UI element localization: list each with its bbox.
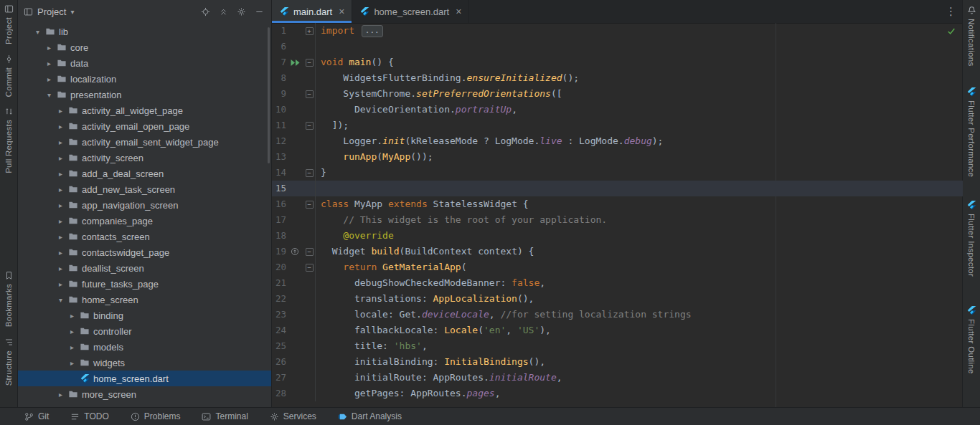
chevron-right-icon[interactable]: ▸ [55,249,66,257]
tree-item-more-screen[interactable]: ▸more_screen [18,386,271,402]
kebab-icon[interactable]: ⋮ [939,5,963,18]
run-icon[interactable] [290,59,301,67]
chevron-right-icon[interactable]: ▸ [44,44,55,52]
tool-stripe-flutter-outline[interactable]: Flutter Outline [966,305,976,374]
code-editor[interactable]: 1+import ...67−void main() {8 WidgetsFlu… [272,23,963,407]
tree-item-widgets[interactable]: ▸widgets [18,355,271,371]
code-line-26[interactable]: 26 initialBinding: InitialBindings(), [272,354,963,370]
code-text[interactable]: title: 'hbs', [315,338,963,354]
chevron-right-icon[interactable]: ▸ [55,186,66,194]
code-line-27[interactable]: 27 initialRoute: AppRoutes.initialRoute, [272,370,963,386]
status-item-services[interactable]: Services [270,411,316,421]
tree-item-future-tasks-page[interactable]: ▸future_tasks_page [18,276,271,292]
code-text[interactable]: class MyApp extends StatelessWidget { [315,196,963,212]
code-text[interactable]: } [315,165,963,181]
code-text[interactable]: fallbackLocale: Locale('en', 'US'), [315,323,963,338]
status-item-terminal[interactable]: Terminal [202,411,248,421]
code-text[interactable]: translations: AppLocalization(), [315,291,963,307]
fold-icon[interactable]: − [306,59,314,67]
tree-item-deallist-screen[interactable]: ▸deallist_screen [18,260,271,276]
code-line-10[interactable]: 10 DeviceOrientation.portraitUp, [272,102,963,118]
chevron-right-icon[interactable]: ▸ [55,107,66,115]
code-text[interactable]: getPages: AppRoutes.pages, [315,386,963,401]
code-line-22[interactable]: 22 translations: AppLocalization(), [272,291,963,307]
code-text[interactable]: debugShowCheckedModeBanner: false, [315,275,963,291]
code-line-20[interactable]: 20− return GetMaterialApp( [272,259,963,275]
fold-icon[interactable]: − [306,264,314,272]
tree-item-lib[interactable]: ▾lib [18,24,271,39]
tree-item-add-a-deal-screen[interactable]: ▸add_a_deal_screen [18,166,271,181]
chevron-right-icon[interactable]: ▸ [55,154,66,162]
code-text[interactable]: Widget build(BuildContext context) { [315,244,963,259]
code-line-7[interactable]: 7−void main() { [272,54,963,70]
scrollbar-thumb[interactable] [268,27,270,163]
project-panel-title[interactable]: Project [37,6,66,17]
tree-item-presentation[interactable]: ▾presentation [18,87,271,102]
fold-icon[interactable]: − [306,169,314,177]
hide-icon[interactable] [255,7,264,16]
chevron-down-icon[interactable]: ▾ [70,8,74,16]
code-line-12[interactable]: 12 Logger.init(kReleaseMode ? LogMode.li… [272,133,963,149]
chevron-right-icon[interactable]: ▸ [67,359,77,367]
code-text[interactable]: initialBinding: InitialBindings(), [315,354,963,370]
tree-item-app-navigation-screen[interactable]: ▸app_navigation_screen [18,197,271,213]
chevron-down-icon[interactable]: ▾ [55,296,66,304]
tool-stripe-pull-requests[interactable]: Pull Requests [4,107,14,173]
chevron-right-icon[interactable]: ▸ [67,343,77,351]
tool-stripe-notifications[interactable]: Notifications [967,6,976,67]
tree-item-binding[interactable]: ▸binding [18,307,271,323]
fold-icon[interactable]: − [306,248,314,256]
code-text[interactable]: // This widget is the root of your appli… [315,212,963,228]
collapse-all-icon[interactable] [219,7,228,16]
locate-icon[interactable] [201,7,210,16]
code-line-19[interactable]: 19− Widget build(BuildContext context) { [272,244,963,259]
tree-item-home-screen-dart[interactable]: home_screen.dart [18,371,271,386]
tool-stripe-project[interactable]: Project [4,4,14,44]
code-text[interactable]: WidgetsFlutterBinding.ensureInitialized(… [315,70,963,86]
code-text[interactable]: SystemChrome.setPreferredOrientations([ [315,86,963,102]
chevron-right-icon[interactable]: ▸ [55,233,66,241]
status-item-todo[interactable]: TODO [70,411,108,421]
code-text[interactable]: locale: Get.deviceLocale, //for setting … [315,307,963,323]
code-text[interactable]: import ... [315,23,963,39]
chevron-right-icon[interactable]: ▸ [67,328,77,335]
fold-icon[interactable]: − [306,122,314,130]
tree-item-activity-screen[interactable]: ▸activity_screen [18,150,271,166]
fold-icon[interactable]: − [306,90,314,98]
tree-item-contacts-screen[interactable]: ▸contacts_screen [18,229,271,244]
tree-item-data[interactable]: ▸data [18,55,271,71]
tree-item-core[interactable]: ▸core [18,39,271,55]
tree-item-controller[interactable]: ▸controller [18,323,271,339]
code-line-18[interactable]: 18 @override [272,228,963,244]
close-icon[interactable]: × [339,6,344,16]
chevron-right-icon[interactable]: ▸ [55,201,66,209]
tool-stripe-bookmarks[interactable]: Bookmarks [4,271,14,327]
code-text[interactable] [315,181,963,196]
chevron-right-icon[interactable]: ▸ [44,59,55,67]
tree-item-contactswidget-page[interactable]: ▸contactswidget_page [18,244,271,260]
status-item-dart-analysis[interactable]: Dart Analysis [338,411,402,421]
code-text[interactable]: return GetMaterialApp( [315,259,963,275]
code-line-8[interactable]: 8 WidgetsFlutterBinding.ensureInitialize… [272,70,963,86]
tree-item-activity-all-widget-page[interactable]: ▸activity_all_widget_page [18,102,271,118]
override-icon[interactable] [291,247,299,256]
chevron-right-icon[interactable]: ▸ [55,280,66,288]
code-text[interactable]: runApp(MyApp()); [315,149,963,165]
code-text[interactable]: ]); [315,118,963,133]
chevron-down-icon[interactable]: ▾ [44,91,55,99]
chevron-right-icon[interactable]: ▸ [55,217,66,225]
tree-item-companies-page[interactable]: ▸companies_page [18,213,271,229]
folded-code-badge[interactable]: ... [362,25,383,37]
tool-stripe-flutter-inspector[interactable]: Flutter Inspector [966,200,976,277]
tab-main-dart[interactable]: main.dart× [272,0,352,23]
code-line-6[interactable]: 6 [272,39,963,54]
settings-icon[interactable] [237,7,246,16]
code-line-9[interactable]: 9− SystemChrome.setPreferredOrientations… [272,86,963,102]
tree-item-add-new-task-screen[interactable]: ▸add_new_task_screen [18,181,271,197]
code-text[interactable]: void main() { [315,54,963,70]
code-line-17[interactable]: 17 // This widget is the root of your ap… [272,212,963,228]
close-icon[interactable]: × [456,6,461,16]
chevron-right-icon[interactable]: ▸ [55,138,66,146]
code-text[interactable]: DeviceOrientation.portraitUp, [315,102,963,118]
code-line-28[interactable]: 28 getPages: AppRoutes.pages, [272,386,963,401]
